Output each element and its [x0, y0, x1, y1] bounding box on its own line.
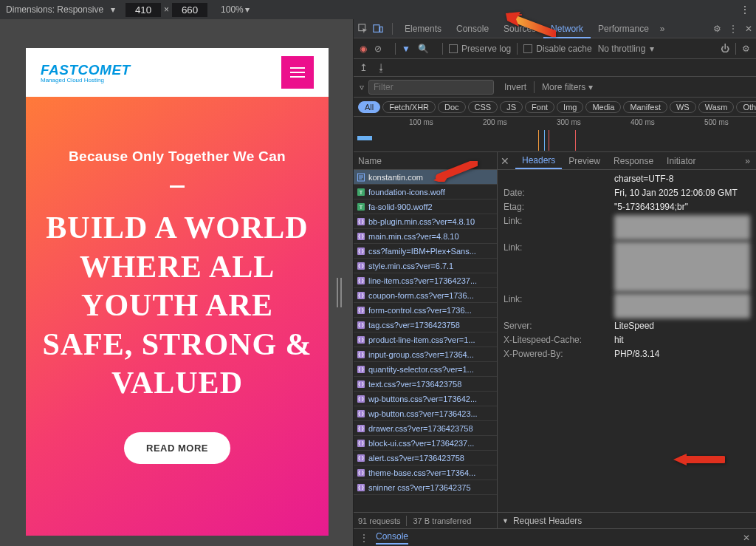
filter-font[interactable]: Font: [525, 101, 554, 113]
request-row[interactable]: drawer.css?ver=1736423758: [354, 421, 497, 436]
request-row[interactable]: theme-base.css?ver=17364...: [354, 465, 497, 480]
close-icon[interactable]: ✕: [743, 533, 750, 543]
filter-ws[interactable]: WS: [670, 101, 696, 113]
request-name: foundation-icons.woff: [368, 188, 445, 197]
dimensions-label[interactable]: Dimensions: Responsive: [6, 4, 103, 15]
console-tab[interactable]: Console: [376, 531, 408, 545]
tab-preview[interactable]: Preview: [562, 156, 607, 166]
list-header[interactable]: Name: [354, 152, 497, 170]
filter-all[interactable]: All: [358, 101, 380, 113]
filter-fetch[interactable]: Fetch/XHR: [382, 101, 436, 113]
close-icon[interactable]: ✕: [501, 155, 509, 167]
preserve-log-checkbox[interactable]: [449, 44, 458, 53]
request-row[interactable]: form-control.css?ver=1736...: [354, 303, 497, 318]
filter-js[interactable]: JS: [500, 101, 523, 113]
request-row[interactable]: css?family=IBM+Plex+Sans...: [354, 244, 497, 259]
request-row[interactable]: coupon-form.css?ver=1736...: [354, 288, 497, 303]
filter-img[interactable]: Img: [557, 101, 583, 113]
header-key: Date:: [504, 187, 614, 199]
height-input[interactable]: [172, 3, 207, 17]
read-more-button[interactable]: READ MORE: [124, 432, 230, 464]
filter-media[interactable]: Media: [585, 101, 621, 113]
tab-headers[interactable]: Headers: [515, 155, 562, 169]
request-name: fa-solid-900.woff2: [368, 202, 433, 211]
more-icon[interactable]: »: [745, 156, 750, 166]
filter-css[interactable]: CSS: [468, 101, 498, 113]
request-row[interactable]: alert.css?ver=1736423758: [354, 451, 497, 465]
tab-console[interactable]: Console: [449, 24, 496, 34]
request-row[interactable]: quantity-selector.css?ver=1...: [354, 362, 497, 377]
funnel-icon[interactable]: ▿: [360, 82, 364, 92]
more-icon[interactable]: ⋮: [729, 24, 738, 34]
menu-button[interactable]: [281, 56, 314, 89]
header-value: LiteSpeed: [614, 320, 750, 332]
more-tabs-icon[interactable]: »: [660, 24, 665, 34]
request-name: wp-buttons.css?ver=173642...: [368, 395, 477, 403]
tab-initiator[interactable]: Initiator: [660, 156, 702, 166]
css-icon: [357, 424, 365, 433]
device-icon[interactable]: [373, 24, 383, 34]
request-row[interactable]: input-group.css?ver=17364...: [354, 347, 497, 362]
request-row[interactable]: wp-buttons.css?ver=173642...: [354, 392, 497, 406]
tick: 500 ms: [704, 118, 729, 126]
resize-handle[interactable]: [337, 278, 344, 307]
request-row[interactable]: text.css?ver=1736423758: [354, 377, 497, 392]
more-icon[interactable]: ⋮: [740, 4, 750, 16]
logo-text: FASTCOMET: [41, 62, 131, 78]
throttle-select[interactable]: No throttling: [598, 44, 646, 54]
zoom-label[interactable]: 100%: [221, 4, 244, 15]
filter-wasm[interactable]: Wasm: [698, 101, 735, 113]
request-row[interactable]: product-line-item.css?ver=1...: [354, 332, 497, 347]
request-name: drawer.css?ver=1736423758: [368, 424, 473, 433]
request-row[interactable]: Tfa-solid-900.woff2: [354, 199, 497, 214]
tab-network[interactable]: Network: [543, 24, 591, 38]
upload-icon[interactable]: ↥: [360, 62, 368, 73]
search-icon[interactable]: 🔍: [418, 44, 429, 54]
chevron-down-icon[interactable]: ▾: [588, 82, 593, 92]
request-row[interactable]: bb-plugin.min.css?ver=4.8.10: [354, 214, 497, 229]
filter-row: ▿ Invert More filters ▾: [354, 77, 756, 98]
record-icon[interactable]: ◉: [360, 44, 367, 54]
timeline[interactable]: 100 ms 200 ms 300 ms 400 ms 500 ms: [354, 117, 756, 152]
viewport[interactable]: FASTCOMET Managed Cloud Hosting Because …: [26, 48, 329, 536]
logo[interactable]: FASTCOMET Managed Cloud Hosting: [41, 62, 131, 83]
filter-icon[interactable]: ▼: [402, 44, 410, 54]
filter-input[interactable]: [368, 80, 494, 95]
wifi-icon[interactable]: ⏻: [721, 44, 729, 54]
tab-response[interactable]: Response: [607, 156, 660, 166]
css-icon: [357, 468, 365, 477]
request-row[interactable]: wp-button.css?ver=1736423...: [354, 406, 497, 421]
request-row[interactable]: konstantin.com: [354, 170, 497, 185]
chevron-down-icon[interactable]: ▾: [650, 44, 654, 54]
section-request-headers[interactable]: ▼Request Headers: [498, 512, 756, 528]
disable-cache-checkbox[interactable]: [523, 44, 532, 53]
more-filters[interactable]: More filters: [542, 82, 585, 92]
css-icon: [357, 380, 365, 389]
clear-icon[interactable]: ⊘: [374, 44, 382, 54]
request-row[interactable]: sninner css?ver=173642375: [354, 480, 497, 495]
filter-other[interactable]: Other: [736, 101, 756, 113]
gear-icon[interactable]: ⚙: [713, 24, 721, 34]
close-icon[interactable]: ✕: [745, 24, 752, 34]
download-icon[interactable]: ⭳: [377, 62, 386, 73]
css-icon: [357, 321, 365, 330]
more-icon[interactable]: ⋮: [360, 533, 368, 543]
chevron-down-icon[interactable]: ▾: [111, 4, 115, 15]
filter-doc[interactable]: Doc: [438, 101, 466, 113]
network-toolbar: ◉ ⊘ ▼ 🔍 Preserve log Disable cache No th…: [354, 38, 756, 59]
inspect-icon[interactable]: [358, 24, 368, 34]
request-row[interactable]: main.min.css?ver=4.8.10: [354, 229, 497, 244]
settings-icon[interactable]: ⚙: [742, 44, 750, 54]
request-row[interactable]: line-item.css?ver=17364237...: [354, 273, 497, 288]
chevron-down-icon[interactable]: ▾: [245, 4, 250, 15]
tab-elements[interactable]: Elements: [397, 24, 449, 34]
request-name: quantity-selector.css?ver=1...: [368, 365, 474, 374]
tab-performance[interactable]: Performance: [591, 24, 656, 34]
request-row[interactable]: tag.css?ver=1736423758: [354, 318, 497, 332]
request-row[interactable]: block-ui.css?ver=17364237...: [354, 436, 497, 451]
width-input[interactable]: [126, 3, 161, 17]
tab-sources[interactable]: Sources: [496, 24, 543, 34]
request-row[interactable]: style.min.css?ver=6.7.1: [354, 259, 497, 273]
request-row[interactable]: Tfoundation-icons.woff: [354, 185, 497, 199]
filter-manifest[interactable]: Manifest: [623, 101, 667, 113]
